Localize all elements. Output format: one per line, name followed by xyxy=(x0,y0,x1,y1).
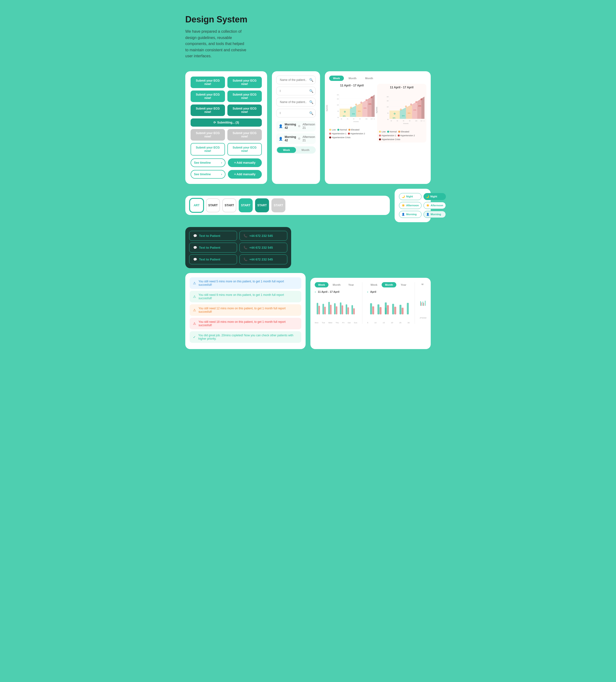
svg-text:21%: 21% xyxy=(413,109,417,111)
start-btn-5[interactable]: START xyxy=(271,198,285,212)
morning-tag-1[interactable]: 👤 Morning xyxy=(399,211,422,218)
start-btn-2[interactable]: START xyxy=(222,198,236,212)
svg-rect-77 xyxy=(336,306,337,314)
bar-chart-month xyxy=(367,296,410,320)
svg-text:90: 90 xyxy=(338,111,339,112)
afternoon-tag-1[interactable]: ☀️ Afternoon xyxy=(399,202,422,209)
start-btn-1[interactable]: START xyxy=(206,198,220,212)
person-icon-1: 👤 xyxy=(402,213,405,216)
divider-2 xyxy=(414,282,415,324)
svg-rect-85 xyxy=(372,306,374,314)
search-icon-1: 🔍 xyxy=(309,78,313,82)
timeline-btn-2[interactable]: See timeline › xyxy=(191,170,226,179)
phone-icon-3: 📞 xyxy=(243,257,247,261)
svg-marker-22 xyxy=(372,95,375,117)
ecg-btn-dark-1[interactable]: Submit your ECG now! xyxy=(191,105,225,116)
text-patient-panel: 💬 Text to Patient 📞 +44 672 232 545 💬 Te… xyxy=(185,227,291,268)
phone-btn-2[interactable]: 📞 +44 672 232 545 xyxy=(239,243,287,252)
tab-month-2[interactable]: Month xyxy=(361,75,377,81)
text-patient-row-3: 💬 Text to Patient 📞 +44 672 232 545 xyxy=(189,254,287,264)
phone-btn-1[interactable]: 📞 +44 672 232 545 xyxy=(239,231,287,241)
svg-rect-74 xyxy=(328,302,330,314)
ecg-btn-gray-2[interactable]: Submit your ECG now! xyxy=(228,129,262,141)
svg-rect-79 xyxy=(342,305,343,314)
legend-low: Low xyxy=(329,129,336,131)
ecg-btn-dark-2[interactable]: Submit your ECG now! xyxy=(228,105,262,116)
ecg-btn-gray-1[interactable]: Submit your ECG now! xyxy=(191,129,225,141)
alert-1: ⚠ You still need 5 mins more on this pat… xyxy=(190,277,301,289)
chart-box-1: 11 April - 17 April Systolic 60 xyxy=(329,84,375,142)
svg-text:120: 120 xyxy=(337,104,339,106)
svg-text:31%: 31% xyxy=(352,113,355,115)
phone-icon-2: 📞 xyxy=(243,246,247,249)
bottom-tab-year-1[interactable]: Year xyxy=(345,282,357,288)
start-btn-art[interactable]: ART xyxy=(190,198,204,212)
settings-icon-2[interactable]: ⚙ xyxy=(298,137,301,140)
chat-icon-1: 💬 xyxy=(193,234,197,237)
warning-icon-4: ⚠ xyxy=(193,322,196,325)
morning-label-2: Morning 42 xyxy=(285,135,296,142)
start-buttons-panel: ART START START START START START xyxy=(185,196,390,215)
svg-point-29 xyxy=(350,107,352,108)
bottom-tab-month-2[interactable]: Month xyxy=(382,282,396,288)
tab-month-1[interactable]: Month xyxy=(345,75,360,81)
bottom-tab-year-2[interactable]: Year xyxy=(397,282,409,288)
night-tag-2[interactable]: 🌙 Night xyxy=(424,193,446,200)
warning-icon-1: ⚠ xyxy=(193,281,196,285)
alert-4: ⚠ You still need 18 mins more on this pa… xyxy=(190,318,301,329)
svg-text:21%: 21% xyxy=(418,105,421,107)
ecg-btn-teal-2[interactable]: Submit your ECG now! xyxy=(228,76,262,88)
svg-text:110: 110 xyxy=(371,118,373,120)
add-manually-btn-2[interactable]: + Add manually xyxy=(228,170,262,179)
svg-marker-21 xyxy=(368,97,372,117)
timeline-btn-1[interactable]: See timeline › xyxy=(191,158,226,167)
ecg-btn-outline-1[interactable]: Submit your ECG now! xyxy=(191,143,225,156)
x-labels-month: 5 10 15 20 25 30 xyxy=(367,322,410,324)
svg-point-31 xyxy=(361,102,362,103)
prev-arrow-2[interactable]: ‹ xyxy=(367,290,369,294)
svg-text:21%: 21% xyxy=(369,103,372,105)
text-patient-btn-3[interactable]: 💬 Text to Patient xyxy=(189,254,237,264)
bar-chart-year xyxy=(420,291,426,315)
morning-tag-2[interactable]: 👤 Morning xyxy=(424,211,446,218)
svg-text:90: 90 xyxy=(387,112,389,114)
chart-tabs: Week Month Month xyxy=(329,75,426,81)
add-manually-btn-1[interactable]: + Add manually xyxy=(228,158,262,167)
morning-icon-2: 👤 xyxy=(279,137,283,141)
legend-elevated: Elevated xyxy=(349,129,359,131)
svg-rect-76 xyxy=(334,303,335,314)
bottom-tab-week-1[interactable]: Week xyxy=(315,282,328,288)
week-btn[interactable]: Week xyxy=(277,147,296,153)
svg-text:90: 90 xyxy=(409,120,410,121)
chart-box-2: 11 April - 17 April Systolic 60 90 120 xyxy=(377,84,426,142)
moon-icon: 🌙 xyxy=(402,195,405,198)
search-icon-2: 🔍 xyxy=(309,89,313,93)
start-btn-4[interactable]: START xyxy=(255,198,269,212)
submitting-btn[interactable]: ⟳ Submitting... (3) xyxy=(191,118,262,127)
svg-marker-53 xyxy=(400,107,406,119)
svg-point-64 xyxy=(400,109,401,110)
settings-icon-1[interactable]: ⚙ xyxy=(298,124,301,128)
svg-rect-97 xyxy=(421,302,422,306)
start-btn-3[interactable]: START xyxy=(239,198,253,212)
svg-marker-18 xyxy=(350,106,356,117)
month-btn[interactable]: Month xyxy=(296,147,315,153)
text-patient-btn-1[interactable]: 💬 Text to Patient xyxy=(189,231,237,241)
svg-text:30: 30 xyxy=(390,120,392,121)
bottom-tab-week-2[interactable]: Week xyxy=(367,282,381,288)
phone-btn-3[interactable]: 📞 +44 672 232 545 xyxy=(239,254,287,264)
ecg-btn-teal-3[interactable]: Submit your ECG now! xyxy=(191,91,225,102)
ecg-btn-outline-2[interactable]: Submit your ECG now! xyxy=(228,143,262,156)
ecg-btn-teal-4[interactable]: Submit your ECG now! xyxy=(228,91,262,102)
chevron-right-icon-2: › xyxy=(221,173,222,176)
bottom-tab-w-3[interactable]: W xyxy=(420,282,426,287)
night-tag-1[interactable]: 🌙 Night xyxy=(399,193,422,200)
prev-arrow-1[interactable]: ‹ xyxy=(315,290,316,294)
week-date-label: 11 April - 17 April xyxy=(318,290,339,293)
ecg-btn-teal-1[interactable]: Submit your ECG now! xyxy=(191,76,225,88)
bottom-tab-month-1[interactable]: Month xyxy=(329,282,344,288)
tab-week[interactable]: Week xyxy=(329,75,344,81)
afternoon-tag-2[interactable]: ☀️ Afternoon xyxy=(424,202,446,209)
text-patient-btn-2[interactable]: 💬 Text to Patient xyxy=(189,243,237,252)
svg-rect-75 xyxy=(330,305,331,314)
